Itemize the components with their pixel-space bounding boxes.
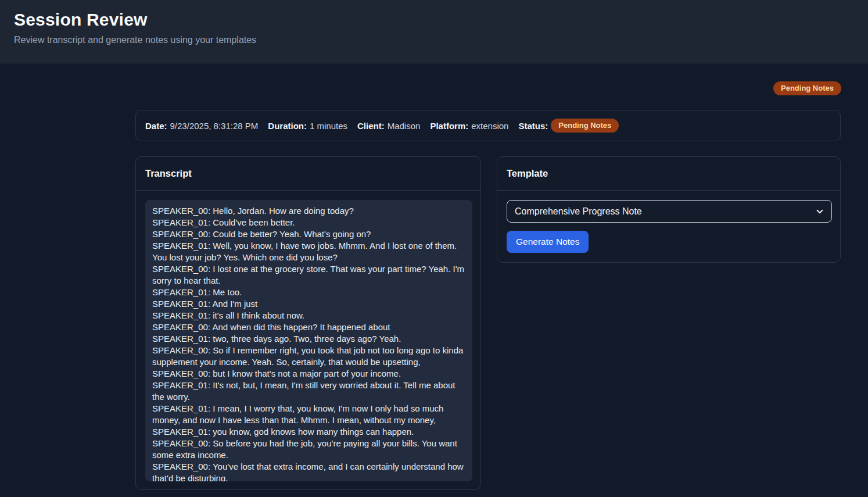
meta-platform: Platform: extension — [430, 121, 508, 131]
meta-status: Status: Pending Notes — [518, 119, 619, 133]
meta-duration: Duration: 1 minutes — [268, 121, 347, 131]
page-header: Session Review Review transcript and gen… — [0, 0, 868, 63]
meta-date: Date: 9/23/2025, 8:31:28 PM — [145, 121, 258, 131]
meta-date-label: Date: — [145, 121, 167, 131]
meta-client: Client: Madison — [357, 121, 420, 131]
transcript-textarea[interactable]: SPEAKER_00: Hello, Jordan. How are doing… — [145, 200, 472, 481]
meta-client-label: Client: — [357, 121, 385, 131]
transcript-panel-header: Transcript — [136, 157, 480, 191]
template-panel-title: Template — [507, 168, 548, 179]
meta-duration-value: 1 minutes — [310, 121, 347, 131]
template-panel: Template Comprehensive Progress Note Gen… — [497, 156, 841, 263]
session-meta-card: Date: 9/23/2025, 8:31:28 PM Duration: 1 … — [135, 110, 841, 141]
status-badge: Pending Notes — [773, 81, 841, 95]
meta-date-value: 9/23/2025, 8:31:28 PM — [170, 121, 259, 131]
meta-duration-label: Duration: — [268, 121, 307, 131]
template-select[interactable]: Comprehensive Progress Note — [507, 200, 832, 223]
template-select-wrap: Comprehensive Progress Note — [507, 200, 831, 223]
template-panel-header: Template — [497, 157, 840, 191]
meta-platform-label: Platform: — [430, 121, 468, 131]
page-subtitle: Review transcript and generate notes usi… — [14, 35, 854, 45]
meta-status-badge: Pending Notes — [551, 119, 619, 133]
meta-platform-value: extension — [471, 121, 508, 131]
generate-notes-button[interactable]: Generate Notes — [507, 231, 589, 253]
transcript-panel-title: Transcript — [145, 168, 192, 179]
transcript-panel: Transcript SPEAKER_00: Hello, Jordan. Ho… — [135, 156, 481, 490]
page-title: Session Review — [14, 10, 854, 30]
meta-status-label: Status: — [518, 121, 548, 131]
meta-client-value: Madison — [388, 121, 421, 131]
